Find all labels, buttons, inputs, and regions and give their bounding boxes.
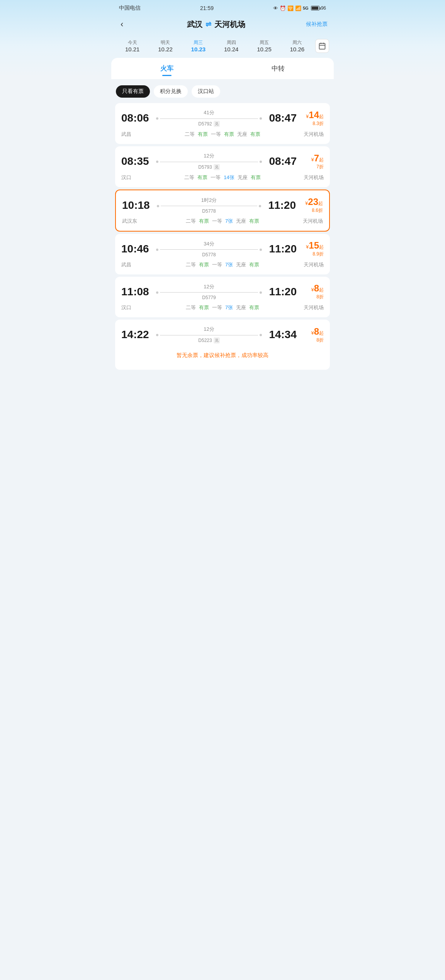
date-tab-today[interactable]: 今天 10.21	[116, 37, 149, 55]
seat-info: 二等 有票 一等 7张 无座 有票	[156, 304, 289, 311]
duration: 34分	[156, 240, 262, 247]
duration: 41分	[156, 109, 262, 116]
train-card-3[interactable]: 10:18 1时2分 D5778 11:20 ¥23起 8.6折	[115, 190, 330, 232]
arrive-station: 天河机场	[289, 131, 324, 138]
price-display: ¥14起	[297, 110, 324, 120]
date-tab-fri[interactable]: 周五 10.25	[248, 37, 280, 55]
tab-transfer[interactable]: 中转	[222, 58, 334, 79]
tab-train[interactable]: 火车	[111, 58, 222, 79]
standby-button[interactable]: 候补抢票	[306, 21, 328, 28]
price-display: ¥8起	[297, 283, 324, 294]
arrive-time: 11:20	[262, 243, 297, 255]
depart-time: 08:06	[121, 112, 156, 124]
depart-time: 14:22	[121, 328, 156, 341]
date-label: 10.23	[183, 46, 213, 52]
wifi-icon: 🛜	[287, 5, 294, 11]
depart-station: 汉口	[121, 174, 156, 181]
arrive-station: 天河机场	[289, 304, 324, 311]
alarm-icon: ⏰	[280, 5, 286, 11]
seat-info: 二等 有票 一等 有票 无座 有票	[156, 131, 289, 138]
date-tab-sat[interactable]: 周六 10.26	[281, 37, 314, 55]
train-number: D5792 兑	[156, 121, 262, 127]
signal-icon: 📶	[295, 5, 301, 11]
discount-label: 8.9折	[297, 251, 324, 257]
price-suffix: 起	[319, 114, 324, 119]
date-label: 10.21	[117, 46, 147, 52]
filter-available[interactable]: 只看有票	[116, 85, 150, 98]
date-tab-thu[interactable]: 周四 10.24	[215, 37, 248, 55]
price-suffix: 起	[319, 157, 324, 162]
arrive-station: 天河机场	[289, 261, 324, 268]
filter-points[interactable]: 积分兑换	[154, 85, 188, 98]
swap-icon[interactable]: ⇌	[206, 20, 211, 29]
to-city: 天河机场	[214, 19, 245, 30]
train-card-6[interactable]: 14:22 12分 D5223 兑 14:34 ¥8起 8折	[115, 320, 330, 370]
weekday-label: 今天	[117, 39, 147, 46]
depart-time: 08:35	[121, 155, 156, 168]
battery-label: 96	[321, 5, 326, 11]
carrier-label: 中国电信	[119, 5, 141, 12]
currency-symbol: ¥	[311, 330, 314, 336]
discount-label: 8.6折	[296, 207, 323, 214]
svg-rect-0	[319, 43, 325, 49]
depart-station: 武昌	[121, 131, 156, 138]
date-label: 10.22	[150, 46, 180, 52]
arrive-station: 天河机场	[288, 218, 323, 225]
price-value: 8	[314, 326, 319, 337]
price-display: ¥8起	[297, 326, 324, 337]
arrive-time: 11:20	[261, 199, 296, 212]
filter-hankou[interactable]: 汉口站	[192, 85, 220, 98]
price-display: ¥15起	[297, 240, 324, 251]
price-value: 15	[309, 240, 319, 251]
train-card-1[interactable]: 08:06 41分 D5792 兑 08:47 ¥14起 8.3折	[115, 103, 330, 144]
status-bar: 中国电信 21:59 👁 ⏰ 🛜 📶 5G 96	[111, 0, 334, 15]
train-number: D5778	[156, 252, 262, 257]
arrive-station: 天河机场	[289, 174, 324, 181]
price-value: 7	[314, 153, 319, 163]
train-number: D5223 兑	[156, 337, 262, 344]
duration: 12分	[156, 326, 262, 333]
back-button[interactable]: ‹	[117, 18, 126, 31]
time-label: 21:59	[200, 5, 214, 11]
weekday-label: 周三	[183, 39, 213, 46]
duration: 1时2分	[157, 197, 261, 204]
train-card-5[interactable]: 11:08 12分 D5779 11:20 ¥8起 8折	[115, 277, 330, 317]
network-5g-icon: 5G	[303, 6, 309, 10]
price-suffix: 起	[319, 244, 324, 250]
weekday-label: 周五	[249, 39, 279, 46]
train-middle: 12分 D5223 兑	[156, 326, 262, 344]
train-middle: 12分 D5779	[156, 283, 262, 300]
depart-time: 10:46	[121, 243, 156, 255]
no-ticket-notice: 暂无余票，建议候补抢票，成功率较高	[121, 347, 324, 364]
main-content: 火车 中转 只看有票 积分兑换 汉口站 08:06 41分 D5792 兑	[111, 58, 334, 380]
price-value: 8	[314, 283, 319, 293]
depart-time: 11:08	[121, 286, 156, 298]
price-area: ¥14起 8.3折	[297, 110, 324, 127]
train-middle: 34分 D5778	[156, 240, 262, 257]
arrive-time: 11:20	[262, 286, 297, 298]
discount-label: 8折	[297, 294, 324, 300]
discount-label: 8折	[297, 337, 324, 344]
price-area: ¥8起 8折	[297, 326, 324, 344]
price-display: ¥7起	[297, 153, 324, 164]
filter-bar: 只看有票 积分兑换 汉口站	[111, 82, 334, 101]
main-tabs: 火车 中转	[111, 58, 334, 79]
duration: 12分	[156, 283, 262, 290]
train-middle: 12分 D5793 兑	[156, 152, 262, 170]
calendar-button[interactable]	[315, 39, 329, 53]
seat-info: 二等 有票 一等 7张 无座 有票	[156, 261, 289, 268]
discount-label: 7折	[297, 164, 324, 170]
price-suffix: 起	[318, 201, 323, 206]
arrive-time: 08:47	[262, 155, 297, 168]
price-value: 23	[308, 196, 318, 207]
duration: 12分	[156, 152, 262, 159]
weekday-label: 周四	[216, 39, 246, 46]
train-card-2[interactable]: 08:35 12分 D5793 兑 08:47 ¥7起 7折	[115, 146, 330, 187]
date-label: 10.24	[216, 46, 246, 52]
date-tab-wed[interactable]: 周三 10.23	[182, 37, 215, 55]
train-card-4[interactable]: 10:46 34分 D5778 11:20 ¥15起 8.9折	[115, 234, 330, 274]
header: ‹ 武汉 ⇌ 天河机场 候补抢票	[111, 15, 334, 36]
price-area: ¥15起 8.9折	[297, 240, 324, 257]
date-tab-tomorrow[interactable]: 明天 10.22	[149, 37, 182, 55]
date-label: 10.25	[249, 46, 279, 52]
